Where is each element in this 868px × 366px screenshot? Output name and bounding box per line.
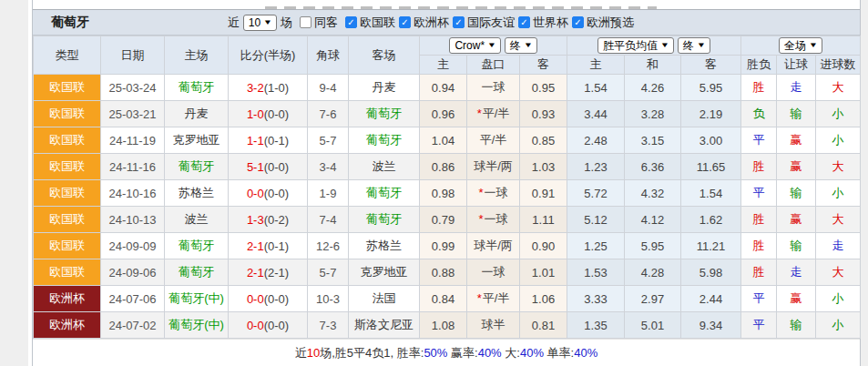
handicap-line: 球半/两 xyxy=(467,154,520,180)
result-handicap: 赢 xyxy=(777,127,816,154)
handicap-home-odds: 0.84 xyxy=(420,286,467,312)
handicap-line: 一球 xyxy=(467,75,520,101)
score-cell: 0-0(0-0) xyxy=(229,180,308,207)
europe-selects-cell: 胜平负均值 ▼ 终 ▼ xyxy=(567,36,741,56)
col-header-away: 客场 xyxy=(349,36,420,75)
live-odds-star: * xyxy=(477,107,482,120)
score-cell: 1-3(0-2) xyxy=(229,207,308,233)
checkbox-checked-icon[interactable]: ✓ xyxy=(453,16,465,28)
europe-home-odds: 5.12 xyxy=(567,207,625,233)
league-badge: 欧洲杯 xyxy=(34,286,101,312)
handicap-selects-cell: Crow* ▼ 终 ▼ xyxy=(420,36,567,56)
corner-count: 1-9 xyxy=(308,180,349,207)
score-cell: 2-1(0-1) xyxy=(229,233,308,259)
europe-draw-odds: 2.97 xyxy=(625,286,681,312)
home-team: 葡萄牙 xyxy=(165,259,229,286)
europe-draw-odds: 6.36 xyxy=(625,154,681,180)
scope-select-value: 全场 xyxy=(784,39,806,52)
league-badge: 欧国联 xyxy=(34,75,101,101)
europe-draw-odds: 5.01 xyxy=(625,312,681,339)
handicap-line: 平/半 xyxy=(467,127,520,154)
match-date: 24-11-16 xyxy=(101,154,165,180)
away-team: 波兰 xyxy=(349,154,420,180)
table-row: 欧国联25-03-21丹麦1-0(0-0)7-6葡萄牙0.96*平/半0.933… xyxy=(34,101,861,127)
handicap-line: *平/半 xyxy=(467,101,520,127)
chevron-down-icon: ▼ xyxy=(263,16,272,29)
competition-label: 欧洲杯 xyxy=(414,15,449,31)
handicap-home-odds: 0.88 xyxy=(420,259,467,286)
europe-away-odds: 5.98 xyxy=(681,259,741,286)
europe-stage-select[interactable]: 终 ▼ xyxy=(678,37,710,54)
recent-label: 近 xyxy=(228,15,240,31)
summary-part: 40% xyxy=(520,346,544,360)
result-goals: 大 xyxy=(816,207,861,233)
competition-checkbox-4[interactable]: ✓世界杯 xyxy=(518,15,568,31)
handicap-line: *一球 xyxy=(467,180,520,207)
checkbox-checked-icon[interactable]: ✓ xyxy=(399,16,411,28)
europe-draw-odds: 4.12 xyxy=(625,207,681,233)
handicap-away-odds: 0.91 xyxy=(520,180,567,207)
table-row: 欧国联25-03-24葡萄牙3-2(1-0)9-4丹麦0.94一球0.951.5… xyxy=(34,75,861,101)
corner-count: 10-3 xyxy=(308,286,349,312)
result-goals: 大 xyxy=(816,259,861,286)
chevron-down-icon: ▼ xyxy=(487,39,496,52)
checkbox-checked-icon[interactable]: ✓ xyxy=(345,16,357,28)
away-team: 斯洛文尼亚 xyxy=(349,312,420,339)
score-cell: 1-1(0-1) xyxy=(229,127,308,154)
home-team: 葡萄牙(中) xyxy=(165,286,229,312)
competition-label: 国际友谊 xyxy=(467,15,515,31)
live-odds-star: * xyxy=(477,291,482,305)
handicap-away-odds: 0.90 xyxy=(520,233,567,259)
away-team: 葡萄牙 xyxy=(349,101,420,127)
checkbox-checked-icon[interactable]: ✓ xyxy=(572,16,584,28)
handicap-home-odds: 0.98 xyxy=(420,180,467,207)
handicap-home-odds: 1.08 xyxy=(420,312,467,339)
recent-record-summary: 近10场,胜5平4负1, 胜率:50% 赢率:40% 大:40% 单率:40% xyxy=(33,339,860,366)
same-away-checkbox[interactable]: 同客 xyxy=(300,15,338,31)
scope-select[interactable]: 全场 ▼ xyxy=(779,37,822,54)
competition-checkbox-2[interactable]: ✓欧洲杯 xyxy=(399,15,449,31)
result-goals: 小 xyxy=(816,286,861,312)
handicap-away-odds: 0.93 xyxy=(520,101,567,127)
live-odds-star: * xyxy=(478,186,483,199)
score-cell: 0-0(0-0) xyxy=(229,286,308,312)
handicap-home-odds: 0.96 xyxy=(420,101,467,127)
col-header-odds-away: 客 xyxy=(520,56,567,75)
competition-checkbox-1[interactable]: ✓欧国联 xyxy=(345,15,395,31)
summary-part: 赢率: xyxy=(447,346,477,360)
result-handicap: 赢 xyxy=(777,286,816,312)
europe-draw-odds: 4.32 xyxy=(625,180,681,207)
summary-part: 大: xyxy=(502,346,520,360)
checkbox-checked-icon[interactable]: ✓ xyxy=(518,16,530,28)
competition-checkbox-5[interactable]: ✓欧洲预选 xyxy=(572,15,634,31)
col-header-eu-home: 主 xyxy=(567,56,625,75)
away-team: 克罗地亚 xyxy=(349,259,420,286)
match-date: 24-07-02 xyxy=(101,312,165,339)
result-handicap: 输 xyxy=(777,180,816,207)
table-row: 欧洲杯24-07-02葡萄牙(中)0-0(0-0)7-3斯洛文尼亚1.08球半0… xyxy=(34,312,861,339)
result-goals: 走 xyxy=(816,233,861,259)
league-badge: 欧洲杯 xyxy=(34,312,101,339)
bookmaker-select[interactable]: Crow* ▼ xyxy=(449,37,501,54)
europe-odds-select[interactable]: 胜平负均值 ▼ xyxy=(597,37,674,54)
home-team: 葡萄牙 xyxy=(165,75,229,101)
col-header-date: 日期 xyxy=(101,36,165,75)
col-header-corner: 角球 xyxy=(308,36,349,75)
match-date: 24-11-19 xyxy=(101,127,165,154)
europe-stage-value: 终 xyxy=(683,39,694,52)
competition-checkbox-3[interactable]: ✓国际友谊 xyxy=(453,15,515,31)
league-badge: 欧国联 xyxy=(34,127,101,154)
summary-part: 近 xyxy=(295,346,307,360)
match-date: 24-10-13 xyxy=(101,207,165,233)
result-wdl: 平 xyxy=(741,286,777,312)
recent-count-select[interactable]: 10 ▼ xyxy=(243,15,277,31)
handicap-away-odds: 1.11 xyxy=(520,207,567,233)
match-date: 24-09-06 xyxy=(101,259,165,286)
handicap-stage-select[interactable]: 终 ▼ xyxy=(505,37,537,54)
europe-away-odds: 3.00 xyxy=(681,127,741,154)
col-header-score: 比分(半场) xyxy=(229,36,308,75)
clipped-row-above xyxy=(33,0,860,10)
match-date: 24-07-06 xyxy=(101,286,165,312)
col-header-goals: 进球数 xyxy=(816,56,861,75)
checkbox-unchecked-icon[interactable] xyxy=(300,16,311,28)
